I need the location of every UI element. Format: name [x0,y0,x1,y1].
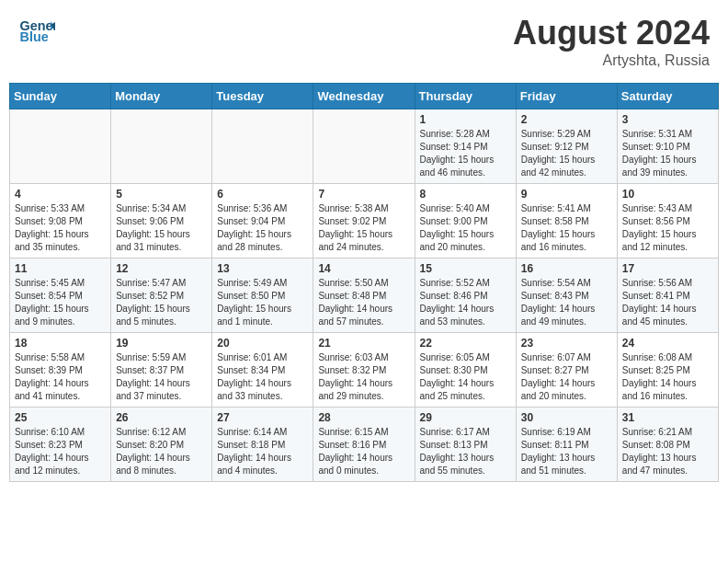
page-header: General Blue August 2024 Artyshta, Russi… [9,9,719,74]
calendar-week-row: 1Sunrise: 5:28 AMSunset: 9:14 PMDaylight… [10,109,719,184]
calendar-day-cell: 9Sunrise: 5:41 AMSunset: 8:58 PMDaylight… [516,184,617,259]
day-info: Sunrise: 5:40 AMSunset: 9:00 PMDaylight:… [420,202,511,254]
day-number: 22 [420,337,511,350]
day-info: Sunrise: 5:34 AMSunset: 9:06 PMDaylight:… [116,202,207,254]
day-number: 30 [521,411,612,424]
day-info: Sunrise: 5:50 AMSunset: 8:48 PMDaylight:… [318,277,409,328]
calendar-day-cell: 23Sunrise: 6:07 AMSunset: 8:27 PMDayligh… [516,333,617,408]
calendar-day-cell: 3Sunrise: 5:31 AMSunset: 9:10 PMDaylight… [617,109,718,184]
weekday-header-row: SundayMondayTuesdayWednesdayThursdayFrid… [10,84,719,109]
day-info: Sunrise: 5:31 AMSunset: 9:10 PMDaylight:… [622,128,713,179]
day-info: Sunrise: 5:47 AMSunset: 8:52 PMDaylight:… [116,277,207,328]
day-info: Sunrise: 6:05 AMSunset: 8:30 PMDaylight:… [420,351,511,403]
day-info: Sunrise: 5:56 AMSunset: 8:41 PMDaylight:… [622,277,713,328]
logo: General Blue [18,14,57,51]
day-number: 18 [15,337,106,350]
day-number: 20 [217,337,308,350]
calendar-day-cell: 20Sunrise: 6:01 AMSunset: 8:34 PMDayligh… [212,333,313,408]
calendar-day-cell: 30Sunrise: 6:19 AMSunset: 8:11 PMDayligh… [516,408,617,482]
location: Artyshta, Russia [513,52,710,69]
weekday-header-cell: Tuesday [212,84,313,109]
day-info: Sunrise: 6:21 AMSunset: 8:08 PMDaylight:… [622,426,713,477]
calendar-day-cell: 25Sunrise: 6:10 AMSunset: 8:23 PMDayligh… [10,408,111,482]
day-number: 27 [217,411,308,424]
calendar-day-cell [10,109,111,184]
day-info: Sunrise: 6:03 AMSunset: 8:32 PMDaylight:… [318,351,409,403]
day-number: 14 [318,262,409,275]
weekday-header-cell: Wednesday [313,84,415,109]
calendar-day-cell: 31Sunrise: 6:21 AMSunset: 8:08 PMDayligh… [617,408,718,482]
calendar-day-cell: 4Sunrise: 5:33 AMSunset: 9:08 PMDaylight… [10,184,111,259]
calendar-week-row: 11Sunrise: 5:45 AMSunset: 8:54 PMDayligh… [10,259,719,333]
day-info: Sunrise: 5:52 AMSunset: 8:46 PMDaylight:… [420,277,511,328]
day-number: 23 [521,337,612,350]
day-number: 8 [420,188,511,201]
day-number: 2 [521,113,612,126]
calendar-day-cell: 2Sunrise: 5:29 AMSunset: 9:12 PMDaylight… [516,109,617,184]
day-number: 29 [420,411,511,424]
calendar-day-cell: 12Sunrise: 5:47 AMSunset: 8:52 PMDayligh… [111,259,212,333]
calendar-day-cell: 1Sunrise: 5:28 AMSunset: 9:14 PMDaylight… [415,109,516,184]
calendar-day-cell: 14Sunrise: 5:50 AMSunset: 8:48 PMDayligh… [313,259,415,333]
calendar-day-cell: 17Sunrise: 5:56 AMSunset: 8:41 PMDayligh… [617,259,718,333]
calendar-table: SundayMondayTuesdayWednesdayThursdayFrid… [9,83,719,482]
day-number: 25 [15,411,106,424]
svg-text:Blue: Blue [20,29,49,44]
calendar-day-cell [313,109,415,184]
calendar-day-cell: 8Sunrise: 5:40 AMSunset: 9:00 PMDaylight… [415,184,516,259]
calendar-day-cell: 15Sunrise: 5:52 AMSunset: 8:46 PMDayligh… [415,259,516,333]
day-info: Sunrise: 6:15 AMSunset: 8:16 PMDaylight:… [318,426,409,477]
day-info: Sunrise: 5:59 AMSunset: 8:37 PMDaylight:… [116,351,207,403]
day-info: Sunrise: 5:54 AMSunset: 8:43 PMDaylight:… [521,277,612,328]
day-info: Sunrise: 5:43 AMSunset: 8:56 PMDaylight:… [622,202,713,254]
day-info: Sunrise: 6:19 AMSunset: 8:11 PMDaylight:… [521,426,612,477]
day-number: 12 [116,262,207,275]
day-info: Sunrise: 5:33 AMSunset: 9:08 PMDaylight:… [15,202,106,254]
day-number: 21 [318,337,409,350]
day-info: Sunrise: 5:38 AMSunset: 9:02 PMDaylight:… [318,202,409,254]
calendar-day-cell: 22Sunrise: 6:05 AMSunset: 8:30 PMDayligh… [415,333,516,408]
day-info: Sunrise: 6:07 AMSunset: 8:27 PMDaylight:… [521,351,612,403]
day-number: 31 [622,411,713,424]
day-info: Sunrise: 5:29 AMSunset: 9:12 PMDaylight:… [521,128,612,179]
calendar-day-cell: 26Sunrise: 6:12 AMSunset: 8:20 PMDayligh… [111,408,212,482]
day-number: 13 [217,262,308,275]
calendar-day-cell: 16Sunrise: 5:54 AMSunset: 8:43 PMDayligh… [516,259,617,333]
day-number: 9 [521,188,612,201]
weekday-header-cell: Saturday [617,84,718,109]
day-info: Sunrise: 6:10 AMSunset: 8:23 PMDaylight:… [15,426,106,477]
month-year: August 2024 [513,14,710,52]
day-info: Sunrise: 6:17 AMSunset: 8:13 PMDaylight:… [420,426,511,477]
weekday-header-cell: Friday [516,84,617,109]
day-number: 16 [521,262,612,275]
day-number: 4 [15,188,106,201]
calendar-week-row: 18Sunrise: 5:58 AMSunset: 8:39 PMDayligh… [10,333,719,408]
calendar-day-cell: 5Sunrise: 5:34 AMSunset: 9:06 PMDaylight… [111,184,212,259]
day-number: 6 [217,188,308,201]
calendar-day-cell [212,109,313,184]
day-info: Sunrise: 5:28 AMSunset: 9:14 PMDaylight:… [420,128,511,179]
day-number: 17 [622,262,713,275]
day-number: 5 [116,188,207,201]
calendar-day-cell: 21Sunrise: 6:03 AMSunset: 8:32 PMDayligh… [313,333,415,408]
day-number: 24 [622,337,713,350]
day-info: Sunrise: 6:08 AMSunset: 8:25 PMDaylight:… [622,351,713,403]
title-block: August 2024 Artyshta, Russia [513,14,710,69]
calendar-day-cell: 19Sunrise: 5:59 AMSunset: 8:37 PMDayligh… [111,333,212,408]
calendar-day-cell: 27Sunrise: 6:14 AMSunset: 8:18 PMDayligh… [212,408,313,482]
calendar-day-cell [111,109,212,184]
day-number: 1 [420,113,511,126]
day-number: 11 [15,262,106,275]
calendar-body: 1Sunrise: 5:28 AMSunset: 9:14 PMDaylight… [10,109,719,482]
day-info: Sunrise: 5:36 AMSunset: 9:04 PMDaylight:… [217,202,308,254]
day-info: Sunrise: 6:01 AMSunset: 8:34 PMDaylight:… [217,351,308,403]
calendar-day-cell: 7Sunrise: 5:38 AMSunset: 9:02 PMDaylight… [313,184,415,259]
calendar-day-cell: 11Sunrise: 5:45 AMSunset: 8:54 PMDayligh… [10,259,111,333]
weekday-header-cell: Thursday [415,84,516,109]
day-info: Sunrise: 6:14 AMSunset: 8:18 PMDaylight:… [217,426,308,477]
day-info: Sunrise: 5:41 AMSunset: 8:58 PMDaylight:… [521,202,612,254]
calendar-day-cell: 29Sunrise: 6:17 AMSunset: 8:13 PMDayligh… [415,408,516,482]
day-number: 3 [622,113,713,126]
calendar-day-cell: 24Sunrise: 6:08 AMSunset: 8:25 PMDayligh… [617,333,718,408]
calendar-day-cell: 6Sunrise: 5:36 AMSunset: 9:04 PMDaylight… [212,184,313,259]
